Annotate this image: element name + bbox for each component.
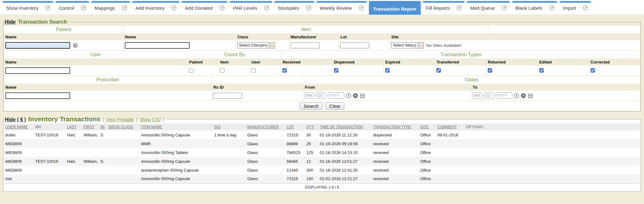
from-day-input[interactable] — [316, 92, 325, 99]
table-cell: acetaminophen 500mg Capsule — [140, 166, 213, 174]
tab-transaction-report[interactable]: Transaction Report — [369, 1, 421, 15]
tab-fill-reports[interactable]: Fill Reports — [423, 1, 465, 13]
column-header-lot[interactable]: LOT — [286, 124, 305, 130]
table-cell — [436, 174, 465, 183]
from-time-icon[interactable] — [346, 93, 351, 98]
hide-search-link[interactable]: Hide — [5, 19, 16, 25]
type-dispensed-checkbox[interactable] — [334, 68, 338, 73]
column-header-time-of-transaction[interactable]: TIME OF TRANSACTION — [319, 124, 372, 130]
column-header-site[interactable]: SITE — [419, 124, 436, 130]
to-year-input[interactable] — [496, 92, 512, 99]
column-header-drug-class[interactable]: DRUG CLASS — [107, 124, 140, 130]
type-corrected-checkbox[interactable] — [591, 68, 595, 73]
item-name-input[interactable] — [125, 42, 190, 49]
column-header-options: OPTIONS — [465, 124, 640, 130]
show-csv-link[interactable]: Show CSV — [140, 117, 161, 122]
table-cell: 01-16-2026 13:01:27 — [319, 157, 372, 166]
column-header-user-name[interactable]: USER NAME — [4, 124, 34, 130]
class-select-ellipsis-button[interactable]: ... — [270, 42, 275, 49]
site-select-ellipsis-button[interactable]: ... — [419, 42, 424, 49]
tab-label: Blank Labels — [512, 5, 546, 11]
search-button[interactable]: Search — [300, 102, 322, 110]
column-header-last[interactable]: LAST — [66, 124, 82, 130]
column-header-first[interactable]: FIRST — [82, 124, 99, 130]
tab-mappings[interactable]: Mappings — [91, 1, 130, 13]
rx-id-input[interactable] — [213, 93, 242, 99]
manufacturer-label: Manufacturer — [291, 35, 316, 39]
open-new-window-icon[interactable] — [42, 3, 53, 13]
tab-control[interactable]: Control — [55, 1, 89, 13]
open-new-window-icon[interactable] — [546, 3, 558, 13]
open-new-window-icon[interactable] — [355, 3, 367, 13]
column-header-manufacturer[interactable]: MANUFACTURER — [246, 124, 285, 130]
view-printable-link[interactable]: View Printable — [106, 117, 134, 122]
tab-weekly-review[interactable]: Weekly Review — [316, 1, 367, 13]
open-new-window-icon[interactable] — [216, 3, 228, 13]
table-cell — [213, 166, 246, 174]
count-by-user-checkbox[interactable] — [251, 68, 256, 73]
hide-results-link[interactable]: Hide ( 6 ) — [5, 117, 26, 123]
table-cell: 72315 — [286, 174, 305, 183]
table-row: MIE8809MMRGlaxo888882501-19-2026 09:19:5… — [4, 139, 640, 148]
help-icon[interactable]: ? — [73, 43, 78, 48]
tab-show-inventory[interactable]: Show Inventory — [3, 1, 53, 13]
to-calendar-icon[interactable] — [528, 93, 533, 98]
class-select[interactable]: Select Class(es) ... — [237, 42, 275, 49]
to-month-input[interactable] — [473, 92, 482, 99]
clear-button[interactable]: Clear — [325, 102, 344, 110]
to-time-icon[interactable] — [514, 93, 519, 98]
column-header-sig[interactable]: SIG — [213, 124, 246, 130]
tab-import[interactable]: Import — [559, 1, 591, 13]
to-day-input[interactable] — [484, 92, 493, 99]
table-cell: butler — [4, 130, 34, 139]
lot-input[interactable] — [340, 42, 369, 48]
site-select[interactable]: Select Site(s) ... — [391, 42, 424, 49]
type-returned-checkbox[interactable] — [488, 68, 492, 73]
table-header-row: USER NAMEMRLASTFIRSTMIDRUG CLASSITEM NAM… — [4, 124, 640, 130]
count-by-patient-checkbox[interactable] — [189, 68, 193, 73]
open-new-window-icon[interactable] — [580, 3, 591, 13]
manufacturer-input[interactable] — [291, 42, 319, 48]
count-by-item-checkbox[interactable] — [220, 68, 225, 73]
tab-add-inventory[interactable]: Add Inventory — [132, 1, 180, 13]
column-header-comment[interactable]: COMMENT — [436, 124, 465, 130]
section-title-prescriber: Prescriber — [96, 77, 119, 83]
prescriber-name-input[interactable] — [5, 92, 70, 99]
table-cell — [34, 166, 66, 174]
tab-stockpiles[interactable]: Stockpiles — [274, 1, 314, 13]
from-clear-icon[interactable] — [353, 93, 358, 98]
tab-par-levels[interactable]: PAR Levels — [230, 1, 272, 13]
type-expired-checkbox[interactable] — [385, 68, 390, 73]
open-new-window-icon[interactable] — [168, 3, 180, 13]
column-header-item-name[interactable]: ITEM NAME — [140, 124, 213, 130]
tab-add-donated[interactable]: Add Donated — [181, 1, 228, 13]
from-year-input[interactable] — [328, 92, 344, 99]
type-corrected-label: Corrected — [591, 60, 610, 64]
column-header-qty[interactable]: QTY — [305, 124, 318, 130]
table-cell: 72315 — [286, 130, 305, 139]
from-calendar-icon[interactable] — [360, 93, 365, 98]
open-new-window-icon[interactable] — [261, 3, 272, 13]
open-new-window-icon[interactable] — [303, 3, 314, 13]
patient-name-input[interactable] — [5, 42, 70, 49]
column-header-transaction-type[interactable]: TRANSACTION TYPE — [372, 124, 419, 130]
table-cell — [99, 166, 107, 174]
from-month-input[interactable] — [305, 92, 314, 99]
type-edited-checkbox[interactable] — [539, 68, 544, 73]
prescriber-name-label: Name — [5, 85, 16, 90]
table-cell: Office — [419, 130, 436, 139]
to-clear-icon[interactable] — [521, 93, 526, 98]
user-name-input[interactable] — [5, 67, 70, 74]
open-new-window-icon[interactable] — [498, 3, 510, 13]
tab-med-queue[interactable]: Med Queue — [467, 1, 510, 13]
user-name-label: Name — [5, 60, 16, 64]
table-cell: 56465 — [286, 157, 305, 166]
tab-blank-labels[interactable]: Blank Labels — [512, 1, 558, 13]
table-cell: Office — [419, 157, 436, 166]
column-header-mi[interactable]: MI — [99, 124, 107, 130]
open-new-window-icon[interactable] — [453, 3, 465, 13]
type-transferred-checkbox[interactable] — [436, 68, 441, 73]
type-received-checkbox[interactable] — [282, 68, 287, 73]
open-new-window-icon[interactable] — [119, 3, 130, 13]
open-new-window-icon[interactable] — [78, 3, 89, 13]
